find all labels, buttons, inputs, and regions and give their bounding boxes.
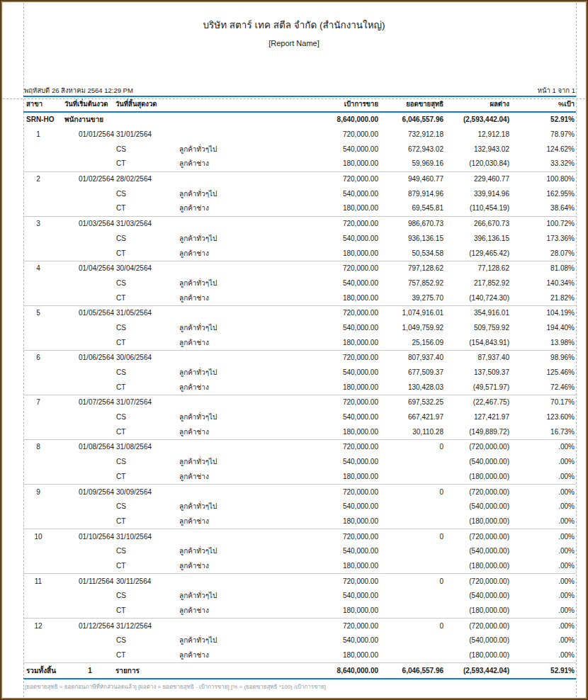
customer-group-net-sales-cell <box>380 514 445 529</box>
customer-group-target-cell: 540,000.00 <box>281 544 380 559</box>
period-difference-cell: (720,000.00) <box>445 485 511 499</box>
customer-group-net-sales-cell <box>380 604 445 619</box>
customer-group-difference-cell: (129,465.42) <box>445 246 511 261</box>
customer-group-code-cell: CS <box>115 544 171 559</box>
period-month-row: 4 01/04/2564 30/04/2564 720,000.00 797,1… <box>23 261 576 276</box>
customer-group-pct-cell: 16.73% <box>511 424 576 439</box>
customer-group-net-sales-cell: 879,914.96 <box>380 186 445 201</box>
customer-group-row-ct: CT ลูกค้าช่าง 180,000.00 30,110.28 (149,… <box>23 424 576 439</box>
customer-group-target-cell: 540,000.00 <box>281 186 380 201</box>
customer-group-code-cell: CT <box>115 335 171 350</box>
period-end-date-cell: 31/03/2564 <box>115 216 171 231</box>
customer-group-difference-cell: (140,724.30) <box>445 290 511 305</box>
branch-code-cell: SRN-HO <box>23 112 64 128</box>
period-difference-cell: 12,912.18 <box>445 128 511 142</box>
customer-group-target-cell: 180,000.00 <box>281 470 380 485</box>
period-difference-cell: (720,000.00) <box>445 440 511 455</box>
column-header-difference: ผลต่าง <box>445 96 511 112</box>
customer-group-pct-cell: .00% <box>511 633 576 648</box>
period-end-date-cell: 30/09/2564 <box>115 485 171 499</box>
period-group: 5 01/05/2564 31/05/2564 720,000.00 1,074… <box>23 305 576 350</box>
period-no: 12 <box>29 623 47 630</box>
customer-group-code-cell: CT <box>115 648 171 663</box>
customer-group-row-ct: CT ลูกค้าช่าง 180,000.00 (180,000.00) .0… <box>23 514 576 529</box>
period-group-name-cell <box>171 395 281 410</box>
customer-group-code-cell: CT <box>115 604 171 619</box>
period-no: 4 <box>29 265 47 272</box>
column-header-end-date: วันที่สิ้นสุดงวด <box>115 96 171 112</box>
customer-group-difference-cell: 509,759.92 <box>445 321 511 336</box>
customer-group-name-cell: ลูกค้าทั่วๆไป <box>171 366 281 380</box>
period-no: 5 <box>29 310 47 317</box>
customer-group-code-cell: CT <box>115 157 171 171</box>
period-pct-cell: 70.17% <box>511 395 576 410</box>
customer-group-row-ct: CT ลูกค้าช่าง 180,000.00 39,275.70 (140,… <box>23 290 576 305</box>
period-no: 3 <box>29 220 47 227</box>
customer-group-name-cell: ลูกค้าทั่วๆไป <box>171 410 281 425</box>
customer-group-row-ct: CT ลูกค้าช่าง 180,000.00 130,428.03 (49,… <box>23 380 576 395</box>
customer-group-code-cell: CT <box>115 470 171 485</box>
customer-group-net-sales-cell: 25,156.09 <box>380 335 445 350</box>
customer-group-target-cell: 540,000.00 <box>281 455 380 470</box>
period-difference-cell: (720,000.00) <box>445 574 511 589</box>
customer-group-net-sales-cell: 1,049,759.92 <box>380 321 445 336</box>
period-group-name-cell <box>171 261 281 276</box>
grand-total-body: รวมทั้งสิ้น 1 รายการ 8,640,000.00 6,046,… <box>23 663 576 679</box>
period-no: 11 <box>29 578 47 585</box>
period-difference-cell: 229,460.77 <box>445 171 511 186</box>
customer-group-row-ct: CT ลูกค้าช่าง 180,000.00 (180,000.00) .0… <box>23 559 576 574</box>
customer-group-row-cs: CS ลูกค้าทั่วๆไป 540,000.00 (540,000.00)… <box>23 633 576 648</box>
period-pct-cell: .00% <box>511 440 576 455</box>
customer-group-row-cs: CS ลูกค้าทั่วๆไป 540,000.00 672,943.02 1… <box>23 142 576 157</box>
customer-group-code-cell: CS <box>115 633 171 648</box>
dateline: พฤหัสบดี 26 สิงหาคม 2564 12:29 PM หน้า 1… <box>23 84 576 96</box>
customer-group-net-sales-cell: 667,421.97 <box>380 410 445 425</box>
period-net-sales-cell: 0 <box>380 485 445 499</box>
period-no-cell: 7 <box>23 395 64 410</box>
period-pct-cell: 104.19% <box>511 305 576 320</box>
customer-group-name-cell: ลูกค้าทั่วๆไป <box>171 186 281 201</box>
customer-group-pct-cell: 194.40% <box>511 321 576 336</box>
customer-group-difference-cell: (540,000.00) <box>445 589 511 604</box>
customer-group-net-sales-cell: 39,275.70 <box>380 290 445 305</box>
period-no: 7 <box>29 399 47 406</box>
customer-group-row-cs: CS ลูกค้าทั่วๆไป 540,000.00 879,914.96 3… <box>23 186 576 201</box>
customer-group-difference-cell: (180,000.00) <box>445 604 511 619</box>
customer-group-target-cell: 540,000.00 <box>281 366 380 380</box>
period-end-date-cell: 28/02/2564 <box>115 171 171 186</box>
grand-total-target-cell: 8,640,000.00 <box>281 663 380 679</box>
period-no-cell: 4 <box>23 261 64 276</box>
customer-group-code-cell: CT <box>115 559 171 574</box>
period-no-cell: 9 <box>23 485 64 499</box>
grand-total-count-cell: 1 <box>64 663 115 679</box>
period-pct-cell: 100.80% <box>511 171 576 186</box>
customer-group-pct-cell: 38.64% <box>511 201 576 216</box>
period-net-sales-cell: 0 <box>380 440 445 455</box>
period-group-name-cell <box>171 574 281 589</box>
customer-group-target-cell: 180,000.00 <box>281 648 380 663</box>
period-group: 6 01/06/2564 30/06/2564 720,000.00 807,9… <box>23 351 576 395</box>
period-net-sales-cell: 949,460.77 <box>380 171 445 186</box>
customer-group-code-cell: CS <box>115 499 171 514</box>
period-group-name-cell <box>171 440 281 455</box>
customer-group-pct-cell: .00% <box>511 499 576 514</box>
customer-group-pct-cell: .00% <box>511 544 576 559</box>
customer-group-name-cell: ลูกค้าช่าง <box>171 514 281 529</box>
customer-group-pct-cell: .00% <box>511 559 576 574</box>
period-target-cell: 720,000.00 <box>281 395 380 410</box>
customer-group-difference-cell: 396,136.15 <box>445 232 511 247</box>
branch-difference-cell: (2,593,442.04) <box>445 112 511 128</box>
customer-group-net-sales-cell: 936,136.15 <box>380 232 445 247</box>
period-group-name-cell <box>171 619 281 633</box>
period-no: 2 <box>29 176 47 183</box>
customer-group-row-ct: CT ลูกค้าช่าง 180,000.00 (180,000.00) .0… <box>23 604 576 619</box>
customer-group-target-cell: 180,000.00 <box>281 335 380 350</box>
customer-group-name-cell: ลูกค้าทั่วๆไป <box>171 142 281 157</box>
customer-group-pct-cell: 123.60% <box>511 410 576 425</box>
customer-group-pct-cell: .00% <box>511 589 576 604</box>
customer-group-pct-cell: 125.46% <box>511 366 576 380</box>
customer-group-row-cs: CS ลูกค้าทั่วๆไป 540,000.00 (540,000.00)… <box>23 589 576 604</box>
period-month-row: 2 01/02/2564 28/02/2564 720,000.00 949,4… <box>23 171 576 186</box>
customer-group-target-cell: 540,000.00 <box>281 276 380 291</box>
customer-group-target-cell: 540,000.00 <box>281 499 380 514</box>
